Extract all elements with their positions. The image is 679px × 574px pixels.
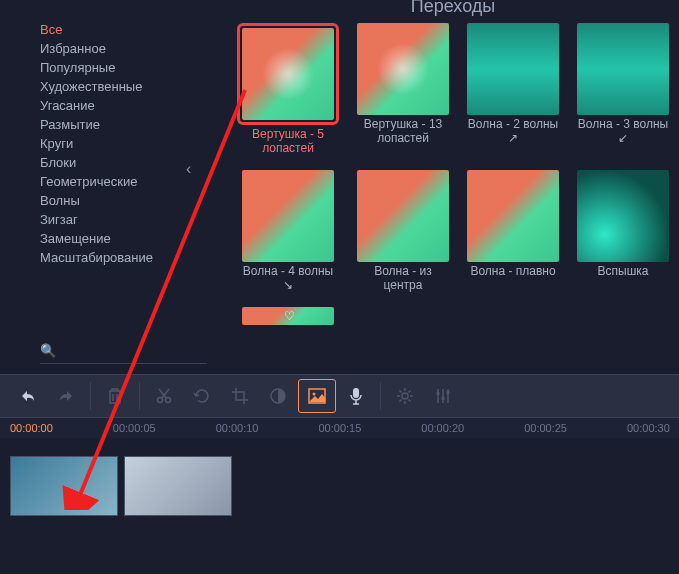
transition-label: Волна - 2 волны ↗	[467, 117, 559, 146]
ruler-tick: 00:00:20	[421, 422, 464, 434]
category-list: Все Избранное Популярные Художественные …	[40, 20, 207, 330]
timeline-clip[interactable]	[124, 456, 232, 516]
transition-label: Вертушка - 5 лопастей	[237, 127, 339, 156]
transition-item[interactable]: Волна - плавно	[467, 170, 559, 293]
transition-thumb	[577, 170, 669, 262]
equalizer-button[interactable]	[425, 380, 461, 412]
transition-label: Волна - плавно	[470, 264, 555, 278]
delete-button[interactable]	[97, 380, 133, 412]
redo-button[interactable]	[48, 380, 84, 412]
transition-label: Волна - из центра	[357, 264, 449, 293]
category-favorites[interactable]: Избранное	[40, 39, 207, 58]
crop-button[interactable]	[222, 380, 258, 412]
transition-thumb	[242, 170, 334, 262]
transition-thumb: ♡	[242, 307, 334, 325]
transition-item[interactable]: Волна - 2 волны ↗	[467, 23, 559, 156]
transition-thumb	[357, 170, 449, 262]
cut-button[interactable]	[146, 380, 182, 412]
svg-point-0	[158, 398, 163, 403]
svg-point-4	[313, 393, 316, 396]
transitions-grid: Вертушка - 5 лопастей Вертушка - 13 лопа…	[237, 23, 669, 325]
transition-thumb	[467, 23, 559, 115]
search-input[interactable]	[62, 342, 186, 359]
transition-item[interactable]: Волна - 4 волны ↘	[237, 170, 339, 293]
undo-button[interactable]	[10, 380, 46, 412]
svg-rect-7	[437, 392, 440, 395]
ruler-tick: 00:00:25	[524, 422, 567, 434]
transition-item[interactable]: Волна - из центра	[357, 170, 449, 293]
ruler-tick: 00:00:10	[216, 422, 259, 434]
category-zoom[interactable]: Масштабирование	[40, 248, 207, 267]
timeline-ruler[interactable]: 00:00:00 00:00:05 00:00:10 00:00:15 00:0…	[0, 418, 679, 438]
category-sidebar: Все Избранное Популярные Художественные …	[0, 0, 217, 374]
heart-icon: ♡	[284, 309, 295, 323]
transition-thumb	[242, 28, 334, 120]
panel-title: Переходы	[237, 0, 669, 23]
category-zigzag[interactable]: Зигзаг	[40, 210, 207, 229]
transition-item[interactable]: Волна - 3 волны ↙	[577, 23, 669, 156]
color-adjust-button[interactable]	[260, 380, 296, 412]
category-fade[interactable]: Угасание	[40, 96, 207, 115]
transition-thumb	[577, 23, 669, 115]
rotate-button[interactable]	[184, 380, 220, 412]
svg-rect-9	[447, 391, 450, 394]
category-replace[interactable]: Замещение	[40, 229, 207, 248]
transition-item[interactable]: ♡	[237, 307, 339, 325]
image-button[interactable]	[298, 379, 336, 413]
search-icon: 🔍	[40, 343, 56, 358]
transition-label: Вертушка - 13 лопастей	[357, 117, 449, 146]
category-all[interactable]: Все	[40, 20, 207, 39]
category-artistic[interactable]: Художественные	[40, 77, 207, 96]
category-geometric[interactable]: Геометрические	[40, 172, 207, 191]
timeline-clip[interactable]	[10, 456, 118, 516]
category-waves[interactable]: Волны	[40, 191, 207, 210]
svg-rect-8	[442, 397, 445, 400]
ruler-tick: 00:00:15	[318, 422, 361, 434]
category-circles[interactable]: Круги	[40, 134, 207, 153]
transition-label: Волна - 4 волны ↘	[237, 264, 339, 293]
category-blocks[interactable]: Блоки	[40, 153, 207, 172]
transition-item[interactable]: Вертушка - 13 лопастей	[357, 23, 449, 156]
svg-point-1	[166, 398, 171, 403]
mic-button[interactable]	[338, 380, 374, 412]
ruler-tick: 00:00:00	[10, 422, 53, 434]
toolbar	[0, 374, 679, 418]
transition-thumb	[467, 170, 559, 262]
transition-item[interactable]: Вертушка - 5 лопастей	[237, 23, 339, 156]
transition-label: Вспышка	[598, 264, 649, 278]
transition-item[interactable]: Вспышка	[577, 170, 669, 293]
svg-point-6	[402, 393, 408, 399]
transitions-panel: Переходы Вертушка - 5 лопастей Вертушка …	[217, 0, 679, 374]
search-box[interactable]: 🔍	[40, 338, 207, 364]
ruler-tick: 00:00:30	[627, 422, 670, 434]
collapse-sidebar-button[interactable]: ‹	[186, 160, 191, 178]
category-blur[interactable]: Размытие	[40, 115, 207, 134]
timeline[interactable]	[0, 438, 679, 534]
ruler-tick: 00:00:05	[113, 422, 156, 434]
category-popular[interactable]: Популярные	[40, 58, 207, 77]
transition-thumb	[357, 23, 449, 115]
svg-rect-5	[353, 388, 359, 398]
transition-label: Волна - 3 волны ↙	[577, 117, 669, 146]
settings-button[interactable]	[387, 380, 423, 412]
